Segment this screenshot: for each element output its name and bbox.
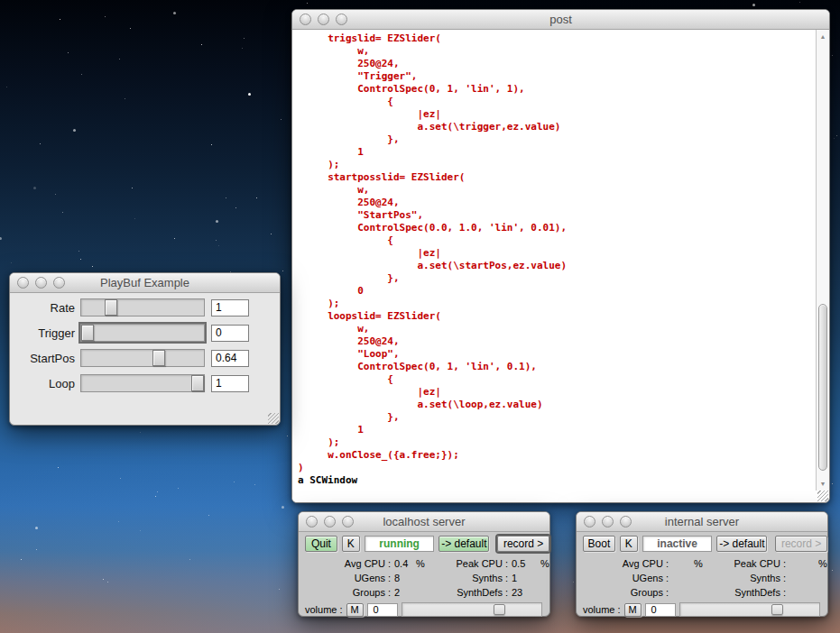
rate-slider-thumb[interactable]: [105, 299, 117, 316]
set-default-button[interactable]: -> default: [438, 536, 489, 552]
resize-grip[interactable]: [817, 491, 828, 501]
startpos-slider-thumb[interactable]: [152, 350, 165, 366]
internal-server-window: internal server Boot K inactive -> defau…: [576, 511, 828, 617]
avg-cpu-label: Avg CPU :: [578, 558, 669, 569]
internal-volume-row: volume : M 0: [577, 600, 827, 618]
traffic-lights: [306, 516, 354, 528]
record-button[interactable]: record >: [497, 536, 549, 552]
minimize-icon[interactable]: [602, 516, 614, 528]
post-result-text: a SCWindow: [298, 474, 816, 487]
desktop-background: post trigslid= EZSlider( w, 250@24, "Tri…: [0, 0, 840, 633]
volume-value-field[interactable]: 0: [367, 603, 398, 617]
rate-label: Rate: [15, 301, 80, 315]
scroll-up-arrow-icon[interactable]: ▲: [817, 31, 829, 42]
ugens-label: UGens :: [300, 573, 391, 583]
vertical-scrollbar[interactable]: ▲ ▼: [816, 30, 829, 491]
synths-label: Synths :: [432, 573, 508, 583]
startpos-slider[interactable]: [80, 349, 205, 367]
trigger-row: Trigger 0: [15, 324, 280, 342]
server-status: running: [365, 536, 435, 552]
ugens-stats-row: UGens : Synths :: [577, 571, 827, 585]
internal-titlebar[interactable]: internal server: [577, 512, 827, 532]
internal-window-title: internal server: [665, 515, 739, 528]
close-icon[interactable]: [300, 14, 311, 25]
traffic-lights: [17, 277, 65, 289]
playbuf-body: Rate 1 Trigger 0 StartPos 0.64: [10, 293, 280, 425]
rate-slider[interactable]: [80, 298, 205, 316]
boot-button[interactable]: Boot: [583, 536, 615, 552]
loop-row: Loop 1: [15, 374, 280, 392]
zoom-icon[interactable]: [342, 516, 354, 528]
groups-label: Groups :: [300, 587, 391, 598]
quit-button[interactable]: Quit: [305, 536, 337, 552]
playbuf-titlebar[interactable]: PlayBuf Example: [10, 273, 280, 293]
cpu-stats-row: Avg CPU : % Peak CPU : %: [577, 556, 827, 571]
ugens-value: 8: [391, 573, 416, 583]
localhost-body: Quit K running -> default record > Avg C…: [299, 532, 549, 616]
volume-label: volume :: [305, 604, 343, 615]
peak-cpu-unit: %: [818, 558, 829, 569]
loop-label: Loop: [15, 377, 80, 390]
volume-slider[interactable]: [679, 602, 820, 617]
synthdefs-label: SynthDefs :: [432, 587, 508, 598]
loop-slider-thumb[interactable]: [191, 375, 204, 391]
playbuf-window: PlayBuf Example Rate 1 Trigger 0 StartPo…: [9, 272, 281, 426]
minimize-icon[interactable]: [318, 14, 329, 25]
loop-slider[interactable]: [80, 374, 205, 392]
synths-value: 1: [508, 573, 540, 583]
close-icon[interactable]: [17, 277, 29, 289]
rate-value-field[interactable]: 1: [211, 299, 249, 316]
record-button: record >: [775, 536, 827, 552]
trigger-value-field[interactable]: 0: [211, 325, 249, 342]
post-code-red: trigslid= EZSlider( w, 250@24, "Trigger"…: [298, 32, 816, 474]
kill-button[interactable]: K: [620, 536, 638, 552]
volume-slider-thumb[interactable]: [494, 604, 505, 615]
synthdefs-value: 23: [508, 587, 540, 598]
post-window-title: post: [549, 13, 572, 26]
close-icon[interactable]: [306, 516, 318, 528]
volume-slider[interactable]: [402, 602, 542, 617]
volume-value-field[interactable]: 0: [645, 603, 676, 617]
trigger-slider[interactable]: [80, 324, 205, 342]
resize-grip[interactable]: [268, 413, 279, 424]
startpos-label: StartPos: [15, 352, 80, 365]
startpos-value-field[interactable]: 0.64: [211, 350, 249, 367]
groups-label: Groups :: [578, 587, 669, 598]
mute-button[interactable]: M: [624, 603, 642, 617]
peak-cpu-label: Peak CPU :: [432, 558, 508, 569]
post-titlebar[interactable]: post: [292, 10, 829, 30]
peak-cpu-unit: %: [540, 558, 551, 569]
minimize-icon[interactable]: [324, 516, 336, 528]
server-status: inactive: [642, 536, 713, 552]
volume-slider-thumb[interactable]: [771, 604, 783, 615]
scroll-down-arrow-icon[interactable]: ▼: [817, 478, 829, 490]
scrollbar-thumb[interactable]: [818, 304, 827, 472]
groups-stats-row: Groups : SynthDefs :: [577, 585, 827, 600]
post-text-area[interactable]: trigslid= EZSlider( w, 250@24, "Trigger"…: [292, 30, 816, 502]
localhost-window-title: localhost server: [383, 515, 465, 528]
zoom-icon[interactable]: [336, 14, 347, 25]
traffic-lights: [584, 516, 632, 528]
close-icon[interactable]: [584, 516, 595, 528]
cpu-stats-row: Avg CPU : 0.4 % Peak CPU : 0.5 %: [299, 556, 549, 571]
traffic-lights: [300, 14, 347, 25]
minimize-icon[interactable]: [35, 277, 47, 289]
avg-cpu-label: Avg CPU :: [300, 558, 391, 569]
trigger-slider-thumb[interactable]: [81, 325, 94, 341]
synthdefs-label: SynthDefs :: [710, 587, 786, 598]
loop-value-field[interactable]: 1: [211, 375, 249, 392]
mute-button[interactable]: M: [346, 603, 364, 617]
localhost-server-window: localhost server Quit K running -> defau…: [298, 511, 550, 617]
startpos-row: StartPos 0.64: [15, 349, 280, 367]
zoom-icon[interactable]: [53, 277, 65, 289]
synths-label: Synths :: [710, 573, 786, 583]
set-default-button[interactable]: -> default: [716, 536, 767, 552]
avg-cpu-value: 0.4: [391, 558, 416, 569]
avg-cpu-unit: %: [416, 558, 432, 569]
volume-label: volume :: [583, 604, 621, 615]
kill-button[interactable]: K: [342, 536, 360, 552]
localhost-titlebar[interactable]: localhost server: [299, 512, 549, 532]
peak-cpu-label: Peak CPU :: [710, 558, 786, 569]
avg-cpu-unit: %: [694, 558, 710, 569]
zoom-icon[interactable]: [620, 516, 632, 528]
